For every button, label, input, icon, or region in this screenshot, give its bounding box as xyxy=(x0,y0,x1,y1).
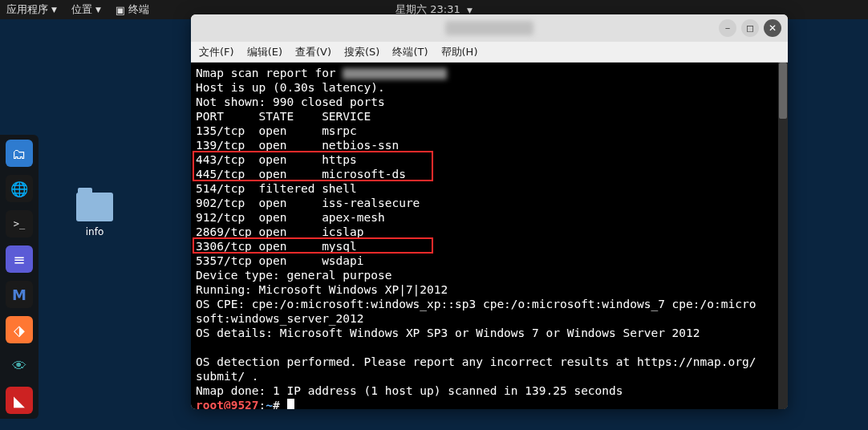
chevron-down-icon: ▼ xyxy=(95,6,101,14)
dock: 🗂 🌐 >_ ≡ M ⬗ 👁 ◣ xyxy=(0,135,39,419)
maximize-button[interactable]: ◻ xyxy=(741,19,759,37)
clock-text: 星期六 23:31 xyxy=(395,3,460,15)
scrollbar-thumb[interactable] xyxy=(779,63,787,119)
output-line: 2869/tcp open icslap xyxy=(196,225,364,238)
applications-label: 应用程序 xyxy=(6,2,48,17)
output-line: Nmap done: 1 IP address (1 host up) scan… xyxy=(196,384,623,397)
terminal-shortcut[interactable]: ▣ 终端 xyxy=(116,2,149,17)
output-line: PORT STATE SERVICE xyxy=(196,110,371,123)
output-line: 445/tcp open microsoft-ds xyxy=(196,168,406,181)
output-line: Not shown: 990 closed ports xyxy=(196,95,385,108)
terminal-window: － ◻ ✕ 文件(F) 编辑(E) 查看(V) 搜索(S) 终端(T) 帮助(H… xyxy=(191,14,788,409)
prompt-sep: : xyxy=(259,399,266,409)
places-label: 位置 xyxy=(71,2,92,17)
output-line: 902/tcp open iss-realsecure xyxy=(196,197,420,209)
folder-label: info xyxy=(86,226,104,237)
output-line: Device type: general purpose xyxy=(196,269,391,282)
terminal-body[interactable]: Nmap scan report for Host is up (0.30s l… xyxy=(191,63,788,409)
output-line: 3306/tcp open mysql xyxy=(196,240,357,253)
chevron-down-icon: ▼ xyxy=(467,6,473,14)
output-line: 5357/tcp open wsdapi xyxy=(196,254,364,267)
prompt-user: root@9527 xyxy=(196,399,259,409)
output-line: Running: Microsoft Windows XP|7|2012 xyxy=(196,283,448,296)
terminal-label: 终端 xyxy=(128,2,149,17)
menu-edit[interactable]: 编辑(E) xyxy=(247,45,282,59)
chevron-down-icon: ▼ xyxy=(51,6,57,14)
metasploit-icon[interactable]: M xyxy=(6,281,33,308)
maltego-icon[interactable]: 👁 xyxy=(6,351,33,379)
output-line: 912/tcp open apex-mesh xyxy=(196,211,385,224)
prompt-hash: # xyxy=(273,399,286,409)
applications-menu[interactable]: 应用程序 ▼ xyxy=(6,2,57,17)
titlebar[interactable]: － ◻ ✕ xyxy=(191,14,788,42)
terminal-icon[interactable]: >_ xyxy=(6,210,33,237)
output-line: submit/ . xyxy=(196,370,259,383)
output-line: Host is up (0.30s latency). xyxy=(196,81,385,94)
output-line: 443/tcp open https xyxy=(196,153,357,166)
terminal-output: Nmap scan report for Host is up (0.30s l… xyxy=(191,63,788,409)
minimize-button[interactable]: － xyxy=(719,19,736,37)
window-title-blurred xyxy=(445,21,533,35)
menu-help[interactable]: 帮助(H) xyxy=(441,45,478,59)
output-line: soft:windows_server_2012 xyxy=(196,312,364,325)
close-button[interactable]: ✕ xyxy=(764,19,781,37)
scrollbar[interactable] xyxy=(778,63,788,409)
places-menu[interactable]: 位置 ▼ xyxy=(71,2,101,17)
output-line: Nmap scan report for xyxy=(196,67,343,79)
redacted-ip xyxy=(343,68,447,79)
menu-terminal[interactable]: 终端(T) xyxy=(392,45,428,59)
folder-icon xyxy=(76,193,113,221)
menu-view[interactable]: 查看(V) xyxy=(295,45,331,59)
output-line: OS details: Microsoft Windows XP SP3 or … xyxy=(196,327,700,339)
files-icon[interactable]: 🗂 xyxy=(6,140,33,167)
burp-icon[interactable]: ⬗ xyxy=(6,316,33,343)
pdf-icon[interactable]: ◣ xyxy=(6,387,33,414)
output-line: OS detection performed. Please report an… xyxy=(196,355,756,368)
menu-file[interactable]: 文件(F) xyxy=(199,45,234,59)
firefox-icon[interactable]: 🌐 xyxy=(6,175,33,202)
menu-search[interactable]: 搜索(S) xyxy=(344,45,379,59)
prompt-path: ~ xyxy=(266,399,273,409)
menubar: 文件(F) 编辑(E) 查看(V) 搜索(S) 终端(T) 帮助(H) xyxy=(191,42,788,63)
output-line: 139/tcp open netbios-ssn xyxy=(196,139,399,152)
output-line: OS CPE: cpe:/o:microsoft:windows_xp::sp3… xyxy=(196,298,756,310)
desktop-folder-info[interactable]: info xyxy=(71,193,119,237)
terminal-icon: ▣ xyxy=(116,4,125,16)
output-line: 135/tcp open msrpc xyxy=(196,124,357,137)
text-editor-icon[interactable]: ≡ xyxy=(6,245,33,273)
cursor xyxy=(287,399,294,409)
output-line: 514/tcp filtered shell xyxy=(196,182,357,195)
